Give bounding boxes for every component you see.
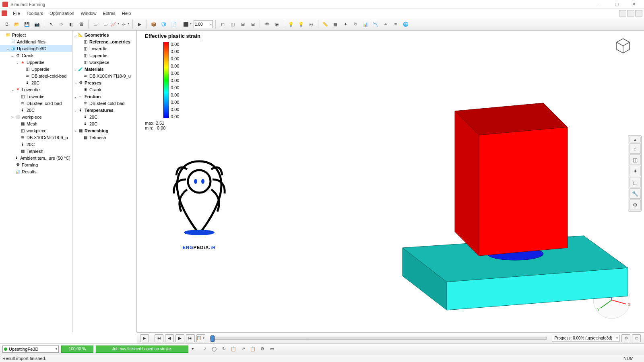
timeline-thumb[interactable] bbox=[211, 335, 215, 342]
prev-frame-button[interactable]: ◀ bbox=[165, 334, 174, 342]
minimize-button[interactable]: — bbox=[592, 0, 608, 8]
cube1-icon[interactable]: ◻ bbox=[218, 20, 227, 29]
ring-icon[interactable]: ◎ bbox=[307, 20, 316, 29]
circle-arrow-icon[interactable]: ↻ bbox=[351, 20, 360, 29]
ruler-icon[interactable]: 📏 bbox=[321, 20, 330, 29]
mdi-max-button[interactable] bbox=[627, 10, 634, 16]
graph-icon[interactable]: 📈 bbox=[111, 20, 120, 29]
cylinder-icon[interactable]: ⬛ bbox=[184, 20, 192, 29]
tree-item[interactable]: ◫workpiece bbox=[72, 59, 136, 66]
chart2-icon[interactable]: 📉 bbox=[371, 20, 380, 29]
playback-export-button[interactable]: ▭ bbox=[632, 334, 641, 342]
tree-item[interactable]: ⌄⚙Presses bbox=[72, 79, 136, 86]
cube2-icon[interactable]: ◫ bbox=[228, 20, 237, 29]
expand-toggle-icon[interactable]: ⌄ bbox=[73, 33, 78, 37]
package2-icon[interactable]: 🧊 bbox=[159, 20, 168, 29]
tree-item[interactable]: ⌄▦Remeshing bbox=[72, 127, 136, 134]
last-frame-button[interactable]: ⏭ bbox=[186, 334, 195, 342]
save-icon[interactable]: 💾 bbox=[23, 20, 31, 29]
box-orange-icon[interactable]: ◧ bbox=[67, 20, 76, 29]
bulb1-icon[interactable]: 💡 bbox=[287, 20, 295, 29]
tree-item[interactable]: ⌄⚪workpiece bbox=[0, 113, 72, 120]
tree-item[interactable]: ⌄🔻Lowerdie bbox=[0, 86, 72, 93]
tree-item[interactable]: 🌡20C bbox=[0, 141, 72, 148]
tree-item[interactable]: ◫Upperdie bbox=[72, 52, 136, 59]
status-tool-6[interactable]: ⚙ bbox=[258, 345, 266, 353]
scale-combo[interactable]: 1.00 bbox=[194, 20, 213, 28]
tree-item[interactable]: ▦Mesh bbox=[0, 120, 72, 127]
bulb2-icon[interactable]: 💡 bbox=[297, 20, 305, 29]
chart1-icon[interactable]: 📊 bbox=[361, 20, 370, 29]
tree-item[interactable]: ⌄📐Geometries bbox=[72, 31, 136, 38]
eye-icon[interactable]: 👁 bbox=[262, 20, 271, 29]
expand-toggle-icon[interactable]: ⌄ bbox=[10, 53, 15, 58]
divide-icon[interactable]: ÷ bbox=[381, 20, 390, 29]
view-cube-icon[interactable] bbox=[614, 37, 632, 55]
play-icon[interactable]: ▶ bbox=[135, 20, 144, 29]
tree-item[interactable]: ≋DB.X10CrNiTi18-9_u bbox=[0, 134, 72, 141]
tree-item[interactable]: ⌄🧊UpsettingFe3D bbox=[0, 45, 72, 52]
expand-toggle-icon[interactable]: ⌄ bbox=[73, 129, 78, 133]
playback-settings-button[interactable]: ⚙ bbox=[621, 334, 630, 342]
menu-extras[interactable]: Extras bbox=[100, 10, 119, 16]
tree-item[interactable]: ⌄🧪Materials bbox=[72, 66, 136, 72]
tree-item[interactable]: ⚙Crank bbox=[72, 86, 136, 93]
tree-item[interactable]: ▦Tetmesh bbox=[72, 134, 136, 141]
tree-item[interactable]: ≋DB.steel-cold-bad bbox=[0, 100, 72, 107]
expand-toggle-icon[interactable]: ⌄ bbox=[15, 60, 20, 64]
tree-item[interactable]: ◫workpiece bbox=[0, 127, 72, 134]
tree-item[interactable]: ≋DB.X10CrNiTi18-9_u bbox=[72, 72, 136, 79]
menu-window[interactable]: Window bbox=[77, 10, 99, 16]
status-tool-2[interactable]: ↻ bbox=[220, 345, 228, 353]
new-icon[interactable]: 🗋 bbox=[2, 20, 11, 29]
tree-item[interactable]: ≋DB.steel-cold-bad bbox=[72, 100, 136, 107]
sheet-icon[interactable]: 📄 bbox=[169, 20, 178, 29]
expand-toggle-icon[interactable]: ⌄ bbox=[73, 95, 78, 99]
package-icon[interactable]: 📦 bbox=[149, 20, 158, 29]
tree-item[interactable]: 🌡20C bbox=[0, 79, 72, 86]
window2-icon[interactable]: ▭ bbox=[101, 20, 110, 29]
globe-icon[interactable]: 🌐 bbox=[401, 20, 410, 29]
tree-item[interactable]: ⌄≈Friction bbox=[72, 93, 136, 100]
print-icon[interactable]: 🖶 bbox=[77, 20, 86, 29]
play-button[interactable]: ▶ bbox=[140, 334, 149, 342]
tree-item[interactable]: ▦Tetmesh bbox=[0, 148, 72, 154]
layers-icon[interactable]: ≡ bbox=[391, 20, 400, 29]
grid-icon[interactable]: ▦ bbox=[331, 20, 340, 29]
menu-file[interactable]: File bbox=[10, 10, 23, 16]
expand-toggle-icon[interactable]: ⌄ bbox=[73, 67, 78, 71]
tree-item[interactable]: ◫Lowerdie bbox=[72, 45, 136, 52]
tree-item[interactable]: 📊Results bbox=[0, 168, 72, 175]
status-tool-0[interactable]: ↗ bbox=[200, 345, 208, 353]
menu-toolbars[interactable]: Toolbars bbox=[23, 10, 47, 16]
timeline-slider[interactable] bbox=[210, 337, 547, 340]
tree-item[interactable]: ◫Lowerdie bbox=[0, 93, 72, 100]
progress-combo[interactable]: Progress: 0.00% (upsettingfe3d) bbox=[552, 335, 620, 341]
status-tool-4[interactable]: ↗ bbox=[239, 345, 247, 353]
first-frame-button[interactable]: ⏮ bbox=[155, 334, 163, 342]
rotate-icon[interactable]: ⟳ bbox=[57, 20, 66, 29]
next-frame-button[interactable]: ▶ bbox=[175, 334, 184, 342]
tree-item[interactable]: 📁Project bbox=[0, 31, 72, 38]
status-tool-5[interactable]: 📋 bbox=[249, 345, 257, 353]
maximize-button[interactable]: ▢ bbox=[609, 0, 625, 8]
status-tool-1[interactable]: ◯ bbox=[210, 345, 218, 353]
cube4-icon[interactable]: ⊟ bbox=[248, 20, 257, 29]
tree-item[interactable]: 📄Additional files bbox=[0, 38, 72, 45]
tree-item[interactable]: 🌡20C bbox=[0, 107, 72, 113]
star-icon[interactable]: ✦ bbox=[341, 20, 350, 29]
open-icon[interactable]: 📂 bbox=[12, 20, 21, 29]
app-menu-icon[interactable] bbox=[2, 10, 7, 16]
tree-item[interactable]: ⚒Forming bbox=[0, 161, 72, 168]
tree-item[interactable]: 🌡Ambient tem...ure (50 °C) bbox=[0, 154, 72, 161]
axes-icon[interactable]: ⊹ bbox=[121, 20, 130, 29]
expand-toggle-icon[interactable]: ⌄ bbox=[10, 115, 15, 119]
tree-item[interactable]: 🌡20C bbox=[72, 120, 136, 127]
eye2-icon[interactable]: ◉ bbox=[272, 20, 281, 29]
job-message-bar[interactable]: Job has finished based on stroke. bbox=[96, 346, 188, 353]
cursor-icon[interactable]: ↖ bbox=[47, 20, 56, 29]
expand-toggle-icon[interactable]: ⌄ bbox=[73, 108, 78, 112]
job-select-combo[interactable]: UpsettingFe3D bbox=[2, 346, 59, 353]
cube3-icon[interactable]: ⊞ bbox=[238, 20, 247, 29]
close-button[interactable]: ✕ bbox=[625, 0, 642, 8]
